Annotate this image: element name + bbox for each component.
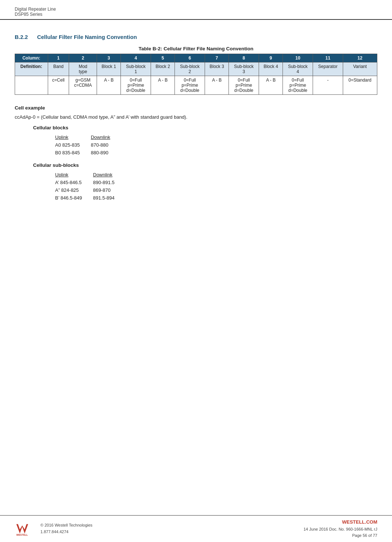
cb-uplink-header: Uplink <box>55 133 91 141</box>
data-3: A - B <box>97 76 121 95</box>
col-label: Column: <box>15 54 48 62</box>
col-12: 12 <box>343 54 377 62</box>
footer-copyright: © 2016 Westell Technologies <box>40 522 93 529</box>
page-header: Digital Repeater Line DSP85 Series <box>0 0 392 20</box>
csb-uplink-header: Uplink <box>55 171 93 179</box>
footer-doc-info: 14 June 2016 Doc. No. 960-1666-MNL rJ <box>303 526 377 533</box>
cellular-sub-blocks-header: Uplink Downlink <box>55 171 126 179</box>
def-8: Sub-block 3 <box>229 62 259 76</box>
data-1: c=Cell <box>48 76 69 95</box>
def-12: Variant <box>343 62 377 76</box>
list-item: 870-880 <box>91 141 121 149</box>
def-5: Block 2 <box>151 62 175 76</box>
col-10: 10 <box>283 54 313 62</box>
section-title: B.2.2 Cellular Filter File Naming Conven… <box>15 34 377 40</box>
doc-title: Digital Repeater Line <box>15 7 377 12</box>
table-caption: Table B-2: Cellular Filter File Naming C… <box>15 46 377 51</box>
data-10: 0=Full p=Prime d=Double <box>283 76 313 95</box>
csb-downlink-header: Downlink <box>93 171 126 179</box>
col-7: 7 <box>205 54 229 62</box>
table-header-row: Column: 1 2 3 4 5 6 7 8 9 10 11 12 <box>15 54 377 62</box>
data-label <box>15 76 48 95</box>
data-11: - <box>313 76 343 95</box>
def-label: Definition: <box>15 62 48 76</box>
col-3: 3 <box>97 54 121 62</box>
footer-page: Page 56 of 77 <box>303 532 377 539</box>
table-row: B’ 846.5-849891.5-894 <box>55 194 126 202</box>
list-item: 891.5-894 <box>93 194 126 202</box>
cb-downlink-header: Downlink <box>91 133 121 141</box>
cell-example-intro: ccAdAp-0 = (Cellular band, CDMA mod type… <box>15 114 377 120</box>
col-11: 11 <box>313 54 343 62</box>
data-12: 0=Standard <box>343 76 377 95</box>
list-item: A0 825-835 <box>55 141 91 149</box>
def-2: Mod type <box>69 62 97 76</box>
cellular-sub-blocks-table: Uplink Downlink A’ 845-846.5890-891.5A” … <box>55 171 126 202</box>
footer-right-text: WESTELL.COM 14 June 2016 Doc. No. 960-16… <box>303 518 377 539</box>
data-8: 0=Full p=Prime d=Double <box>229 76 259 95</box>
col-4: 4 <box>121 54 151 62</box>
list-item: 880-890 <box>91 149 121 157</box>
table-row: A0 825-835870-880 <box>55 141 121 149</box>
def-10: Sub-block 4 <box>283 62 313 76</box>
def-4: Sub-block 1 <box>121 62 151 76</box>
section-id: B.2.2 <box>15 34 28 40</box>
data-9: A - B <box>259 76 283 95</box>
definition-row: Definition: Band Mod type Block 1 Sub-bl… <box>15 62 377 76</box>
table-row: B0 835-845880-890 <box>55 149 121 157</box>
cellular-blocks-table: Uplink Downlink A0 825-835870-880B0 835-… <box>55 133 121 157</box>
page-footer: WESTELL © 2016 Westell Technologies 1.87… <box>0 515 392 542</box>
col-5: 5 <box>151 54 175 62</box>
col-9: 9 <box>259 54 283 62</box>
data-2: g=GSM c=CDMA <box>69 76 97 95</box>
westell-logo-icon: WESTELL <box>15 521 37 536</box>
svg-text:WESTELL: WESTELL <box>17 534 28 536</box>
cellular-blocks-header: Uplink Downlink <box>55 133 121 141</box>
cellular-sub-blocks-section: Cellular sub-blocks Uplink Downlink A’ 8… <box>33 162 377 202</box>
def-7: Block 3 <box>205 62 229 76</box>
list-item: 869-870 <box>93 186 126 194</box>
col-2: 2 <box>69 54 97 62</box>
footer-brand: WESTELL.COM <box>303 518 377 526</box>
def-11: Separator <box>313 62 343 76</box>
list-item: A’ 845-846.5 <box>55 179 93 186</box>
table-row: A” 824-825869-870 <box>55 186 126 194</box>
svg-marker-0 <box>17 524 28 533</box>
list-item: 890-891.5 <box>93 179 126 186</box>
data-row: c=Cell g=GSM c=CDMA A - B 0=Full p=Prime… <box>15 76 377 95</box>
footer-left-text: © 2016 Westell Technologies 1.877.844.42… <box>40 522 93 535</box>
table-row: A’ 845-846.5890-891.5 <box>55 179 126 186</box>
def-6: Sub-block 2 <box>175 62 205 76</box>
data-5: A - B <box>151 76 175 95</box>
doc-series: DSP85 Series <box>15 12 377 17</box>
def-3: Block 1 <box>97 62 121 76</box>
main-content: B.2.2 Cellular Filter File Naming Conven… <box>0 20 392 237</box>
cell-example-title: Cell example <box>15 105 377 111</box>
col-1: 1 <box>48 54 69 62</box>
col-8: 8 <box>229 54 259 62</box>
cellular-blocks-title: Cellular blocks <box>33 125 377 130</box>
def-1: Band <box>48 62 69 76</box>
list-item: B’ 846.5-849 <box>55 194 93 202</box>
data-6: 0=Full p=Prime d=Double <box>175 76 205 95</box>
cellular-blocks-section: Cellular blocks Uplink Downlink A0 825-8… <box>33 125 377 157</box>
col-6: 6 <box>175 54 205 62</box>
def-9: Block 4 <box>259 62 283 76</box>
cellular-sub-blocks-title: Cellular sub-blocks <box>33 162 377 168</box>
footer-logo-area: WESTELL © 2016 Westell Technologies 1.87… <box>15 521 93 536</box>
data-4: 0=Full p=Prime d=Double <box>121 76 151 95</box>
list-item: B0 835-845 <box>55 149 91 157</box>
list-item: A” 824-825 <box>55 186 93 194</box>
data-7: A - B <box>205 76 229 95</box>
footer-phone: 1.877.844.4274 <box>40 529 93 535</box>
section-heading: Cellular Filter File Naming Convention <box>37 34 137 40</box>
naming-table: Column: 1 2 3 4 5 6 7 8 9 10 11 12 Defin… <box>15 54 377 95</box>
